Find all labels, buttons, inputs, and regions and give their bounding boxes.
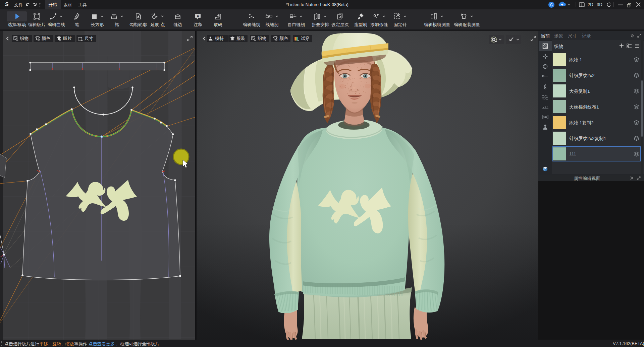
svg-text:A: A [197,14,199,18]
svg-text:C: C [550,3,553,7]
